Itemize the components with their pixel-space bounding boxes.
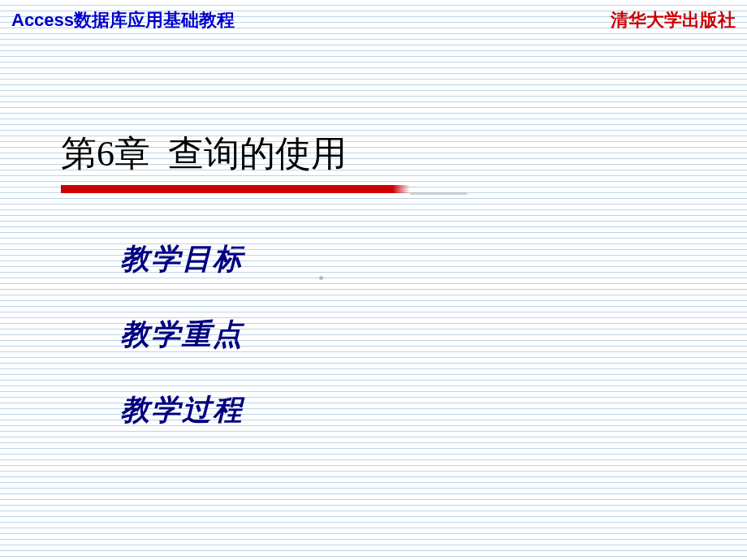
content-item-key-points: 教学重点 (120, 315, 244, 355)
chapter-title-area: 第6章 查询的使用 (61, 130, 347, 178)
content-item-objectives: 教学目标 (120, 239, 244, 279)
header-left-text: Access数据库应用基础教程 (11, 8, 235, 32)
title-underline-shadow (410, 192, 467, 195)
header-right-text: 清华大学出版社 (611, 8, 736, 32)
decorative-dot (319, 276, 323, 280)
title-underline (61, 185, 410, 193)
content-item-process: 教学过程 (120, 390, 244, 430)
background-lines (0, 0, 747, 560)
chapter-title: 第6章 查询的使用 (61, 130, 347, 178)
content-list: 教学目标 教学重点 教学过程 (120, 239, 244, 466)
